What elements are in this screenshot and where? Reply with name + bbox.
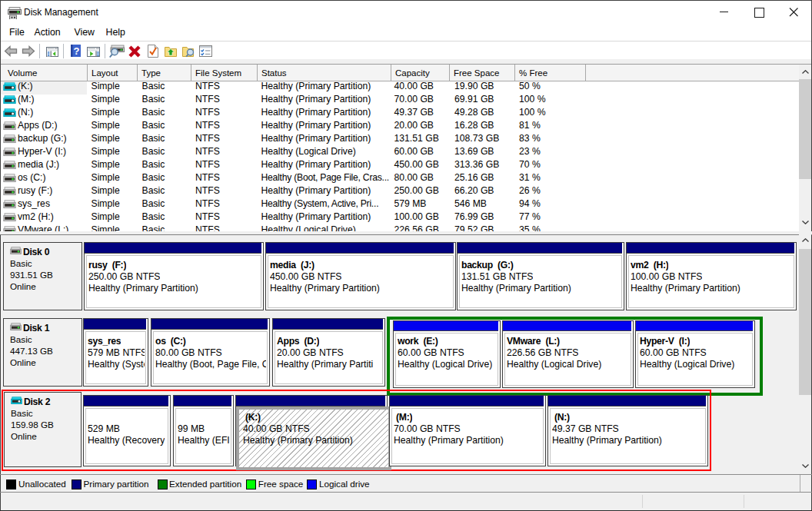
svg-text:?: ? [74,45,80,57]
